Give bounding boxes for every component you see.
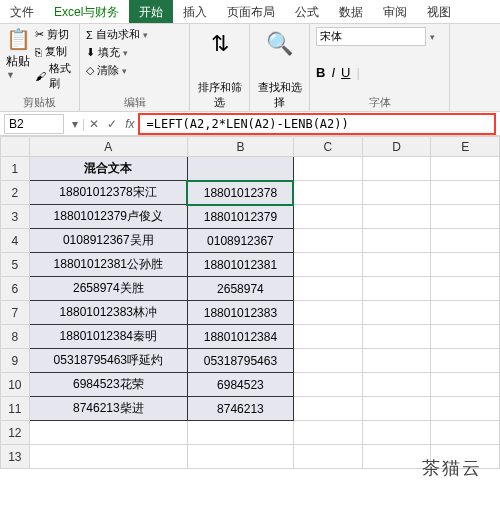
- formula-input[interactable]: =LEFT(A2,2*LEN(A2)-LENB(A2)): [138, 113, 496, 135]
- row-header[interactable]: 11: [1, 397, 30, 421]
- copy-button[interactable]: ⎘ 复制: [35, 44, 73, 59]
- cell[interactable]: [431, 277, 500, 301]
- menu-data[interactable]: 数据: [329, 0, 373, 23]
- cell[interactable]: [362, 325, 431, 349]
- cell[interactable]: [293, 301, 362, 325]
- cell[interactable]: [362, 373, 431, 397]
- cell-a1[interactable]: 混合文本: [29, 157, 187, 181]
- menu-review[interactable]: 审阅: [373, 0, 417, 23]
- row-header[interactable]: 10: [1, 373, 30, 397]
- cell-b3[interactable]: 18801012379: [187, 205, 293, 229]
- cell[interactable]: [293, 445, 362, 469]
- menu-view[interactable]: 视图: [417, 0, 461, 23]
- cell[interactable]: [293, 229, 362, 253]
- cut-button[interactable]: ✂ 剪切: [35, 27, 73, 42]
- underline-button[interactable]: U: [341, 65, 350, 80]
- cell[interactable]: [362, 181, 431, 205]
- cell-b10[interactable]: 6984523: [187, 373, 293, 397]
- cell[interactable]: [431, 325, 500, 349]
- cell[interactable]: [293, 373, 362, 397]
- cell-a10[interactable]: 6984523花荣: [29, 373, 187, 397]
- fx-label[interactable]: fx: [121, 117, 138, 131]
- row-header[interactable]: 4: [1, 229, 30, 253]
- cell-a8[interactable]: 18801012384秦明: [29, 325, 187, 349]
- menu-layout[interactable]: 页面布局: [217, 0, 285, 23]
- confirm-icon[interactable]: ✓: [103, 117, 121, 131]
- col-header-e[interactable]: E: [431, 137, 500, 157]
- cell-a9[interactable]: 05318795463呼延灼: [29, 349, 187, 373]
- autosum-button[interactable]: Σ 自动求和 ▾: [86, 27, 183, 42]
- cell-a11[interactable]: 8746213柴进: [29, 397, 187, 421]
- cell[interactable]: [293, 421, 362, 445]
- fill-button[interactable]: ⬇ 填充 ▾: [86, 45, 183, 60]
- cell-b1[interactable]: [187, 157, 293, 181]
- menu-file[interactable]: 文件: [0, 0, 44, 23]
- font-name-select[interactable]: 宋体: [316, 27, 426, 46]
- cell-b2[interactable]: 18801012378: [187, 181, 293, 205]
- cell[interactable]: [293, 277, 362, 301]
- cell-a7[interactable]: 18801012383林冲: [29, 301, 187, 325]
- cell[interactable]: [187, 445, 293, 469]
- select-all-corner[interactable]: [1, 137, 30, 157]
- row-header[interactable]: 7: [1, 301, 30, 325]
- cell[interactable]: [431, 253, 500, 277]
- row-header[interactable]: 5: [1, 253, 30, 277]
- cell[interactable]: [362, 229, 431, 253]
- bold-button[interactable]: B: [316, 65, 325, 80]
- cell-b7[interactable]: 18801012383: [187, 301, 293, 325]
- cell[interactable]: [431, 421, 500, 445]
- menu-formulas[interactable]: 公式: [285, 0, 329, 23]
- cell[interactable]: [293, 181, 362, 205]
- row-header[interactable]: 1: [1, 157, 30, 181]
- paste-button[interactable]: 📋 粘贴 ▼: [6, 27, 31, 91]
- row-header[interactable]: 12: [1, 421, 30, 445]
- cell[interactable]: [362, 157, 431, 181]
- italic-button[interactable]: I: [331, 65, 335, 80]
- row-header[interactable]: 8: [1, 325, 30, 349]
- cell[interactable]: [362, 421, 431, 445]
- row-header[interactable]: 9: [1, 349, 30, 373]
- cell-b4[interactable]: 0108912367: [187, 229, 293, 253]
- name-box[interactable]: B2: [4, 114, 64, 134]
- row-header[interactable]: 6: [1, 277, 30, 301]
- row-header[interactable]: 2: [1, 181, 30, 205]
- cell[interactable]: [431, 157, 500, 181]
- cell[interactable]: [293, 397, 362, 421]
- cell[interactable]: [362, 253, 431, 277]
- cell-a3[interactable]: 18801012379卢俊义: [29, 205, 187, 229]
- cell-b5[interactable]: 18801012381: [187, 253, 293, 277]
- cell[interactable]: [29, 421, 187, 445]
- find-select-group[interactable]: 🔍 查找和选择: [250, 24, 310, 111]
- cell[interactable]: [431, 349, 500, 373]
- cell[interactable]: [362, 205, 431, 229]
- menu-excel-finance[interactable]: Excel与财务: [44, 0, 129, 23]
- menu-home[interactable]: 开始: [129, 0, 173, 23]
- cell[interactable]: [362, 301, 431, 325]
- cell[interactable]: [187, 421, 293, 445]
- cell[interactable]: [362, 445, 431, 469]
- cell[interactable]: [362, 277, 431, 301]
- cell[interactable]: [431, 301, 500, 325]
- cell-b11[interactable]: 8746213: [187, 397, 293, 421]
- col-header-d[interactable]: D: [362, 137, 431, 157]
- cell[interactable]: [293, 253, 362, 277]
- col-header-c[interactable]: C: [293, 137, 362, 157]
- cell-b6[interactable]: 2658974: [187, 277, 293, 301]
- cell[interactable]: [431, 181, 500, 205]
- cell[interactable]: [431, 229, 500, 253]
- cell[interactable]: [293, 157, 362, 181]
- sort-filter-group[interactable]: ⇅ 排序和筛选: [190, 24, 250, 111]
- clear-button[interactable]: ◇ 清除 ▾: [86, 63, 183, 78]
- cell-a2[interactable]: 18801012378宋江: [29, 181, 187, 205]
- chevron-down-icon[interactable]: ▾: [68, 117, 82, 131]
- row-header[interactable]: 3: [1, 205, 30, 229]
- cell[interactable]: [29, 445, 187, 469]
- cell-b8[interactable]: 18801012384: [187, 325, 293, 349]
- format-painter-button[interactable]: 🖌 格式刷: [35, 61, 73, 91]
- cell[interactable]: [431, 373, 500, 397]
- cell-a6[interactable]: 2658974关胜: [29, 277, 187, 301]
- cell[interactable]: [293, 325, 362, 349]
- chevron-down-icon[interactable]: ▾: [430, 32, 435, 42]
- cell-b9[interactable]: 05318795463: [187, 349, 293, 373]
- menu-insert[interactable]: 插入: [173, 0, 217, 23]
